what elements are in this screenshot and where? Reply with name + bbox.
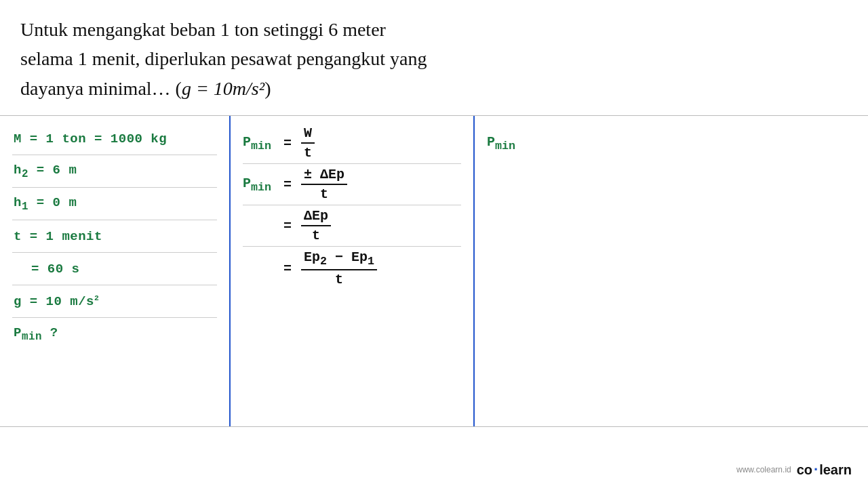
table-area: M = 1 ton = 1000 kg h2 = 6 m h1 = 0 m t … (0, 115, 868, 427)
formula-row-1: Pmin = W t (243, 123, 461, 164)
problem-text: Untuk mengangkat beban 1 ton setinggi 6 … (0, 0, 868, 115)
given-row-g: g = 10 m/s2 (12, 285, 217, 318)
given-row-pmin: Pmin ? (12, 318, 217, 350)
branding-logo: co·learn (797, 461, 852, 479)
given-column: M = 1 ton = 1000 kg h2 = 6 m h1 = 0 m t … (0, 116, 231, 426)
branding-url: www.colearn.id (736, 465, 791, 474)
fraction-2: ± ΔEp t (301, 167, 347, 202)
formula-row-3: = ΔEp t (243, 205, 461, 247)
given-row-t1: t = 1 menit (12, 220, 217, 253)
main-container: Untuk mengangkat beban 1 ton setinggi 6 … (0, 0, 868, 488)
given-row-h1: h1 = 0 m (12, 188, 217, 220)
fraction-3: ΔEp t (301, 208, 331, 243)
fraction-4: Ep2 − Ep1 t (301, 249, 377, 287)
fraction-1: W t (301, 125, 315, 161)
g-formula: g = 10m/s² (182, 78, 264, 99)
middle-column: Pmin = W t Pmin = ± ΔEp t (231, 116, 475, 426)
right-first-row: Pmin (487, 123, 856, 163)
formula-row-2: Pmin = ± ΔEp t (243, 164, 461, 205)
given-row-t2: = 60 s (12, 253, 217, 285)
right-column: Pmin (475, 116, 868, 426)
given-row-mass: M = 1 ton = 1000 kg (12, 123, 217, 155)
formula-row-4: = Ep2 − Ep1 t (243, 247, 461, 290)
branding: www.colearn.id co·learn (736, 461, 852, 479)
given-row-h2: h2 = 6 m (12, 155, 217, 188)
